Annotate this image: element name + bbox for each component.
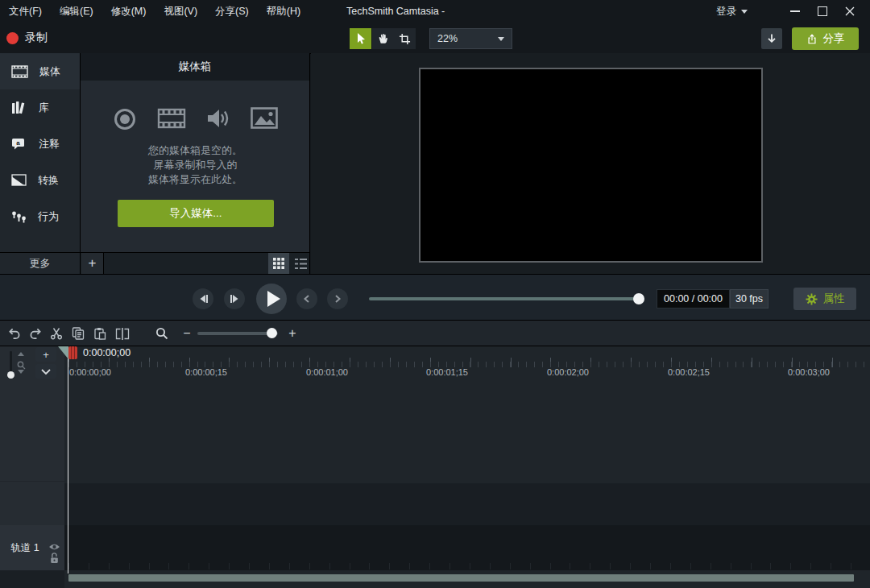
maximize-icon [818,6,827,16]
import-media-button[interactable]: 导入媒体... [118,200,274,227]
previous-clip-button[interactable] [296,288,317,309]
chevron-down-icon [41,369,51,375]
fps-display[interactable]: 30 fps [730,289,768,308]
menu-share[interactable]: 分享(S) [206,0,258,23]
step-backward-icon [198,294,209,304]
canvas-zoom-select[interactable]: 22% [429,28,512,49]
video-preview[interactable] [419,68,763,263]
close-icon [845,6,855,16]
playhead-time-label: 0:00:00;00 [83,347,130,358]
cut-button[interactable] [46,325,67,342]
redo-button[interactable] [25,325,46,342]
filmstrip-icon [11,65,28,78]
cursor-icon [354,32,367,45]
timeline-zoom-button[interactable] [151,325,172,342]
undo-button[interactable] [3,325,24,342]
menu-view[interactable]: 视图(V) [155,0,206,23]
menu-file[interactable]: 文件(F) [0,0,51,23]
menu-edit[interactable]: 编辑(E) [51,0,102,23]
zoom-in-arrow-icon[interactable] [18,352,24,356]
minus-icon: − [183,326,190,341]
sidebar-more-button[interactable]: 更多 [0,253,81,274]
ruler-label: 0:00:03;00 [788,367,830,377]
timeline-middle-strip[interactable] [64,483,870,525]
record-button[interactable]: 录制 [6,28,48,48]
svg-text:a: a [16,139,20,146]
play-button[interactable] [256,284,287,314]
add-track-button[interactable]: + [35,347,56,362]
split-button[interactable] [112,325,133,342]
sidebar-item-annotations[interactable]: a 注释 [0,126,80,162]
step-forward-icon [230,294,240,304]
track-1-name: 轨道 1 [0,525,50,570]
copy-icon [72,327,85,340]
timeline-zoom-slider-thumb[interactable] [267,328,277,338]
audio-icon [206,107,230,130]
list-icon [295,259,307,269]
properties-button[interactable]: 属性 [793,288,856,310]
step-forward-button[interactable] [224,288,245,309]
ruler-label: 0:00:01;00 [306,367,348,377]
timeline-zoom-in-button[interactable]: + [282,325,303,342]
crop-tool-button[interactable] [394,28,416,49]
playhead-in-handle[interactable] [58,346,68,359]
time-display: 00:00 / 00:00 [657,289,730,308]
sidebar-item-library[interactable]: 库 [0,89,80,126]
crop-icon [399,33,411,45]
chevron-down-icon [498,37,504,41]
sidebar-item-behaviors[interactable]: 行为 [0,198,80,234]
track-lock-toggle[interactable] [50,553,59,567]
behaviors-icon [11,209,27,223]
ruler-label: 0:00:01;15 [426,367,468,377]
seek-slider[interactable] [369,297,643,300]
ruler-label: 0:00:02;00 [547,367,589,377]
pan-tool-button[interactable] [372,28,394,49]
plus-icon: + [288,326,296,341]
copy-button[interactable] [68,325,89,342]
step-backward-button[interactable] [193,288,213,309]
close-button[interactable] [836,0,864,23]
export-local-button[interactable] [761,28,782,49]
ruler-label: 0:00:00;15 [185,367,227,377]
list-view-button[interactable] [290,253,311,274]
maximize-button[interactable] [809,0,836,23]
track-height-slider-thumb[interactable] [7,371,14,379]
paste-button[interactable] [89,325,110,342]
timeline-zoom-slider[interactable] [197,332,278,335]
zoom-value: 22% [437,33,458,44]
ruler-label: 0:00:00;00 [69,367,111,377]
minimize-button[interactable] [781,0,809,23]
playhead-line[interactable] [68,346,68,574]
media-bin-empty-icons [81,107,310,131]
callout-icon: a [11,138,27,151]
play-icon [267,291,280,307]
collapse-tracks-button[interactable] [35,364,56,379]
timeline-zoom-out-button[interactable]: − [176,325,197,342]
image-icon [251,107,278,129]
timeline-horizontal-scrollbar[interactable] [68,574,854,582]
share-icon [806,33,818,45]
record-icon [6,32,19,44]
sidebar-item-media[interactable]: 媒体 [0,53,80,89]
seek-slider-thumb[interactable] [633,293,644,304]
zoom-out-arrow-icon[interactable] [18,370,24,374]
add-media-button[interactable]: + [81,253,104,274]
grid-view-button[interactable] [268,253,289,274]
redo-icon [29,328,43,340]
gear-icon [806,293,818,305]
sidebar-item-transitions[interactable]: 转换 [0,162,80,198]
media-bin-header-tab[interactable]: 媒体箱 [81,53,310,81]
window-title: TechSmith Camtasia - [346,0,445,23]
chevron-right-icon [333,294,342,304]
next-clip-button[interactable] [327,288,348,309]
record-icon [113,107,137,131]
menu-modify[interactable]: 修改(M) [102,0,155,23]
cursor-tool-button[interactable] [350,28,371,49]
unlock-icon [50,553,59,564]
playhead-head[interactable] [68,346,77,359]
share-button[interactable]: 分享 [792,27,859,50]
sign-in-menu[interactable]: 登录 [716,0,748,23]
undo-icon [7,328,21,340]
transition-icon [11,174,27,186]
menu-help[interactable]: 帮助(H) [258,0,309,23]
